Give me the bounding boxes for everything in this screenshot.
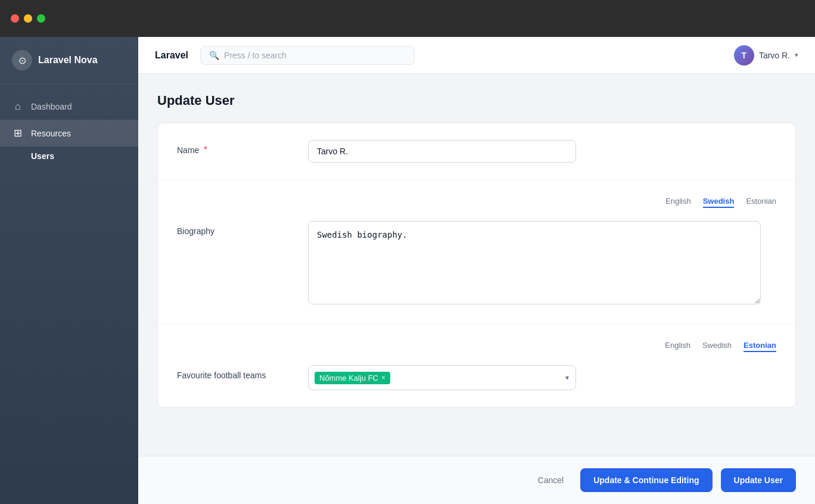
name-label: Name (177, 145, 199, 155)
name-input[interactable] (308, 140, 576, 163)
search-placeholder-text: Press / to search (224, 51, 287, 60)
footer-actions: Cancel Update & Continue Editing Update … (138, 456, 815, 504)
brand-name: Laravel Nova (38, 55, 98, 66)
sidebar-item-label: Resources (31, 129, 71, 138)
sidebar-item-resources[interactable]: ⊞ Resources (0, 120, 138, 147)
sidebar-brand[interactable]: ⊙ Laravel Nova (0, 37, 138, 84)
sidebar-item-users[interactable]: Users (0, 147, 138, 166)
titlebar (0, 0, 815, 37)
header-title: Laravel (155, 50, 188, 61)
football-lang-tabs: English Swedish Estonian (177, 341, 776, 352)
biography-label-col: Biography (177, 221, 308, 237)
form-row-football: English Swedish Estonian Favourite footb… (158, 324, 795, 407)
lang-tab-estonian-bio[interactable]: Estonian (746, 197, 776, 208)
biography-lang-tabs: English Swedish Estonian (177, 197, 776, 208)
brand-icon: ⊙ (12, 50, 32, 70)
sidebar: ⊙ Laravel Nova ⌂ Dashboard ⊞ Resources U… (0, 37, 138, 504)
lang-tab-swedish-bio[interactable]: Swedish (703, 197, 735, 208)
football-multiselect[interactable]: Nõmme Kalju FC × (308, 365, 576, 390)
football-tag: Nõmme Kalju FC × (315, 372, 390, 384)
football-input-col: Nõmme Kalju FC × ▾ (308, 365, 776, 390)
traffic-lights (11, 14, 45, 23)
user-menu[interactable]: T Tarvo R. ▾ (734, 45, 798, 66)
biography-label: Biography (177, 226, 214, 236)
football-multiselect-wrapper: Nõmme Kalju FC × ▾ (308, 365, 576, 390)
cancel-button[interactable]: Cancel (530, 469, 573, 491)
minimize-button[interactable] (24, 14, 32, 23)
chevron-down-icon: ▾ (795, 51, 798, 59)
biography-textarea[interactable]: Swedish biography. (308, 221, 761, 304)
football-label-col: Favourite football teams (177, 365, 308, 381)
home-icon: ⌂ (12, 101, 24, 113)
update-continue-button[interactable]: Update & Continue Editing (580, 468, 712, 492)
maximize-button[interactable] (37, 14, 45, 23)
form-row-name: Name * (158, 123, 795, 180)
lang-tab-swedish-football[interactable]: Swedish (702, 341, 732, 352)
sidebar-item-dashboard[interactable]: ⌂ Dashboard (0, 94, 138, 120)
tag-remove-button[interactable]: × (381, 374, 385, 381)
lang-tab-estonian-football[interactable]: Estonian (744, 341, 776, 352)
sidebar-users-label: Users (31, 151, 54, 161)
page-content: Update User Name * English (138, 74, 815, 456)
biography-input-col: Swedish biography. (308, 221, 776, 307)
sidebar-item-label: Dashboard (31, 102, 72, 111)
update-user-button[interactable]: Update User (721, 468, 796, 492)
form-row-biography: English Swedish Estonian Biography Swedi… (158, 180, 795, 324)
app-header: Laravel 🔍 Press / to search T Tarvo R. ▾ (138, 37, 815, 74)
name-input-col (308, 140, 776, 163)
page-title: Update User (157, 93, 796, 108)
football-inner: Favourite football teams Nõmme Kalju FC … (177, 358, 776, 390)
search-icon: 🔍 (209, 51, 219, 60)
name-label-col: Name * (177, 140, 308, 155)
football-label: Favourite football teams (177, 371, 266, 380)
sidebar-nav: ⌂ Dashboard ⊞ Resources Users (0, 84, 138, 175)
search-bar[interactable]: 🔍 Press / to search (200, 46, 415, 65)
avatar: T (734, 45, 754, 66)
tag-label: Nõmme Kalju FC (319, 374, 378, 382)
main-content: Laravel 🔍 Press / to search T Tarvo R. ▾… (138, 37, 815, 504)
user-name: Tarvo R. (759, 51, 790, 60)
biography-inner: Biography Swedish biography. (177, 214, 776, 307)
lang-tab-english-bio[interactable]: English (665, 197, 691, 208)
required-indicator: * (204, 145, 207, 155)
resources-icon: ⊞ (12, 127, 24, 139)
close-button[interactable] (11, 14, 19, 23)
form-card: Name * English Swedish Estonian (157, 123, 796, 407)
lang-tab-english-football[interactable]: English (665, 341, 690, 352)
